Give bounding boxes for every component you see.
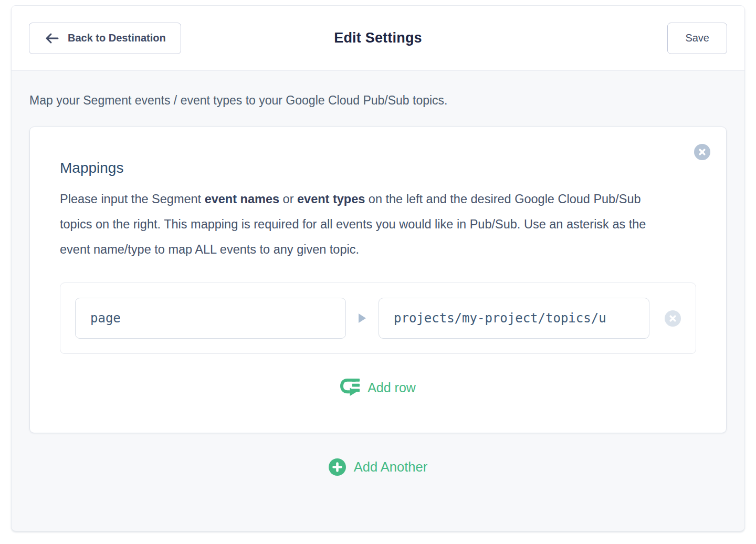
event-name-input[interactable]: [75, 298, 346, 339]
close-icon: [669, 315, 677, 322]
plus-icon: [329, 458, 346, 476]
edit-settings-panel: Back to Destination Edit Settings Save M…: [11, 5, 745, 531]
body: Map your Segment events / event types to…: [12, 93, 744, 476]
intro-text: Map your Segment events / event types to…: [29, 93, 727, 108]
mappings-title: Mappings: [60, 160, 696, 176]
back-arrow-icon: [44, 32, 60, 45]
description-text: Please input the Segment: [60, 192, 205, 206]
arrow-right-icon: [359, 313, 366, 323]
description-text: or: [279, 192, 297, 206]
header: Back to Destination Edit Settings Save: [12, 6, 744, 71]
mapping-row: [60, 283, 696, 354]
insert-row-icon: [340, 377, 361, 398]
remove-mappings-button[interactable]: [694, 144, 710, 160]
mappings-description: Please input the Segment event names or …: [60, 186, 674, 262]
mappings-card: Mappings Please input the Segment event …: [29, 127, 727, 433]
description-bold-event-names: event names: [205, 192, 279, 206]
remove-row-button[interactable]: [665, 310, 681, 327]
back-button-label: Back to Destination: [68, 32, 166, 44]
add-row-label: Add row: [368, 380, 416, 395]
page-title: Edit Settings: [334, 30, 422, 46]
add-row-button[interactable]: Add row: [60, 377, 696, 398]
save-button[interactable]: Save: [667, 23, 727, 54]
add-another-label: Add Another: [354, 459, 427, 475]
topic-input[interactable]: [379, 298, 649, 339]
back-button[interactable]: Back to Destination: [29, 23, 181, 54]
add-another-button[interactable]: Add Another: [29, 458, 727, 476]
description-bold-event-types: event types: [297, 192, 365, 206]
close-icon: [698, 148, 706, 156]
